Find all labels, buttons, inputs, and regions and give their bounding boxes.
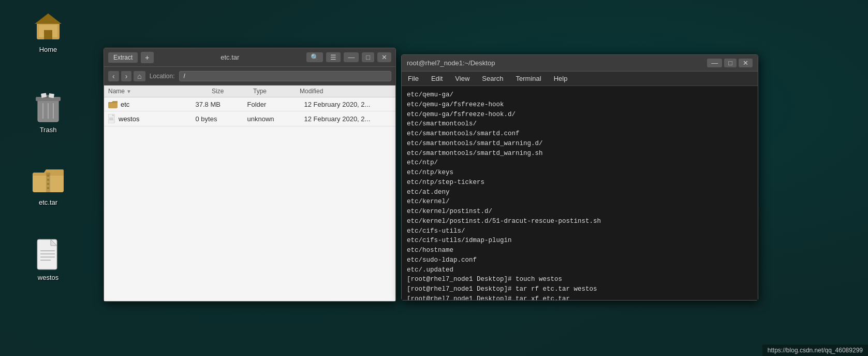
archive-column-headers: Name ▼ Size Type Modified	[104, 86, 395, 97]
minimize-button[interactable]: —	[344, 52, 359, 62]
terminal-line: etc/qemu-ga/fsfreeze-hook	[407, 100, 753, 110]
table-row[interactable]: etc 37.8 MB Folder 12 February 2020, 2..…	[104, 97, 395, 111]
file-modified-etc: 12 February 2020, 2...	[304, 101, 392, 108]
col-name: Name ▼	[108, 88, 212, 95]
svg-rect-3	[44, 30, 52, 39]
menu-edit[interactable]: Edit	[429, 74, 445, 83]
location-label: Location:	[150, 73, 175, 80]
file-name-westos: westos	[108, 114, 196, 123]
titlebar-left: Extract +	[108, 52, 154, 63]
col-modified: Modified	[300, 88, 391, 95]
menu-search[interactable]: Search	[480, 74, 505, 83]
terminal-maximize[interactable]: □	[724, 59, 737, 67]
terminal-line: etc/smartmontools/smartd.conf	[407, 129, 753, 139]
file-size-etc: 37.8 MB	[196, 101, 247, 108]
home-nav-button[interactable]: ⌂	[134, 71, 145, 81]
terminal-controls: — □ ✕	[707, 59, 753, 67]
svg-rect-10	[41, 93, 47, 98]
archive-file-list: etc 37.8 MB Folder 12 February 2020, 2..…	[104, 97, 395, 301]
desktop-icon-westos[interactable]: westos	[25, 238, 71, 281]
file-type-westos: unknown	[247, 115, 304, 123]
forward-button[interactable]: ›	[121, 71, 132, 81]
extract-button[interactable]: Extract	[108, 52, 138, 63]
table-row[interactable]: westos 0 bytes unknown 12 February 2020,…	[104, 111, 395, 126]
terminal-line: etc/cifs-utils/	[407, 226, 753, 236]
terminal-window: root@rhel7_node1:~/Desktop — □ ✕ File Ed…	[401, 54, 758, 301]
menu-file[interactable]: File	[406, 74, 421, 83]
desktop-icon-trash[interactable]: Trash	[25, 91, 71, 134]
menu-help[interactable]: Help	[552, 74, 570, 83]
terminal-line: etc/kernel/postinst.d/51-dracut-rescue-p…	[407, 217, 753, 226]
terminal-line: etc/cifs-utils/idmap-plugin	[407, 236, 753, 246]
file-size-westos: 0 bytes	[196, 115, 247, 123]
terminal-line: etc/ntp/step-tickers	[407, 178, 753, 188]
terminal-line: etc/.updated	[407, 265, 753, 275]
trash-icon-label: Trash	[40, 126, 57, 134]
westos-icon-label: westos	[38, 274, 58, 281]
trash-icon	[32, 91, 65, 124]
terminal-body[interactable]: etc/qemu-ga/ etc/qemu-ga/fsfreeze-hook e…	[402, 86, 758, 300]
statusbar: https://blog.csdn.net/qq_46089299	[762, 345, 868, 356]
svg-rect-18	[47, 187, 49, 189]
terminal-line: etc/smartmontools/smartd_warning.d/	[407, 139, 753, 149]
home-icon-label: Home	[39, 46, 57, 53]
add-button[interactable]: +	[141, 52, 153, 63]
file-icon	[108, 114, 115, 123]
terminal-line: [root@rhel7_node1 Desktop]# touch westos	[407, 275, 753, 284]
location-input[interactable]	[179, 71, 391, 81]
terminal-line: etc/ntp/	[407, 158, 753, 168]
svg-rect-17	[47, 183, 49, 185]
terminal-line: [root@rhel7_node1 Desktop]# tar rf etc.t…	[407, 284, 753, 294]
menu-terminal[interactable]: Terminal	[514, 74, 543, 83]
svg-marker-2	[35, 13, 62, 24]
terminal-line: etc/smartmontools/smartd_warning.sh	[407, 149, 753, 159]
terminal-title: root@rhel7_node1:~/Desktop	[407, 59, 495, 67]
archive-title: etc.tar	[220, 53, 239, 61]
search-button[interactable]: 🔍	[306, 52, 323, 62]
menu-button[interactable]: ☰	[326, 52, 341, 62]
col-size: Size	[212, 88, 253, 95]
terminal-line: etc/sudo-ldap.conf	[407, 255, 753, 265]
titlebar-controls: 🔍 ☰ — □ ✕	[306, 52, 391, 62]
terminal-line: etc/kernel/	[407, 197, 753, 207]
close-button[interactable]: ✕	[377, 52, 391, 62]
back-button[interactable]: ‹	[108, 71, 119, 81]
svg-rect-15	[47, 175, 49, 177]
terminal-minimize[interactable]: —	[707, 59, 722, 67]
terminal-line: etc/at.deny	[407, 188, 753, 197]
desktop-icon-etctar[interactable]: etc.tar	[25, 163, 71, 206]
file-name-etc: etc	[108, 100, 196, 108]
etctar-icon-label: etc.tar	[39, 198, 57, 206]
desktop-icon-home[interactable]: Home	[25, 10, 71, 53]
terminal-close[interactable]: ✕	[739, 59, 753, 67]
terminal-line: [root@rhel7_node1 Desktop]# tar xf etc.t…	[407, 294, 753, 300]
archive-window: Extract + etc.tar 🔍 ☰ — □ ✕ ‹ › ⌂ Locati…	[104, 48, 396, 302]
terminal-menubar: File Edit View Search Terminal Help	[402, 72, 758, 86]
home-icon	[32, 10, 65, 44]
col-type: Type	[253, 88, 300, 95]
terminal-line: etc/kernel/postinst.d/	[407, 207, 753, 217]
menu-view[interactable]: View	[453, 74, 472, 83]
maximize-button[interactable]: □	[362, 52, 374, 62]
terminal-line: etc/ntp/keys	[407, 168, 753, 178]
svg-rect-11	[49, 93, 54, 98]
terminal-line: etc/qemu-ga/fsfreeze-hook.d/	[407, 110, 753, 120]
archive-titlebar: Extract + etc.tar 🔍 ☰ — □ ✕	[104, 48, 395, 67]
terminal-line: etc/qemu-ga/	[407, 90, 753, 100]
archive-navbar: ‹ › ⌂ Location:	[104, 67, 395, 86]
terminal-line: etc/smartmontools/	[407, 119, 753, 129]
folder-icon	[108, 100, 117, 108]
westos-file-icon	[32, 238, 65, 272]
file-modified-westos: 12 February 2020, 2...	[304, 115, 392, 123]
file-type-etc: Folder	[247, 101, 304, 108]
statusbar-url: https://blog.csdn.net/qq_46089299	[768, 347, 863, 354]
terminal-titlebar: root@rhel7_node1:~/Desktop — □ ✕	[402, 55, 758, 72]
terminal-line: etc/hostname	[407, 246, 753, 255]
svg-rect-16	[47, 179, 49, 181]
archive-folder-icon	[32, 163, 65, 196]
